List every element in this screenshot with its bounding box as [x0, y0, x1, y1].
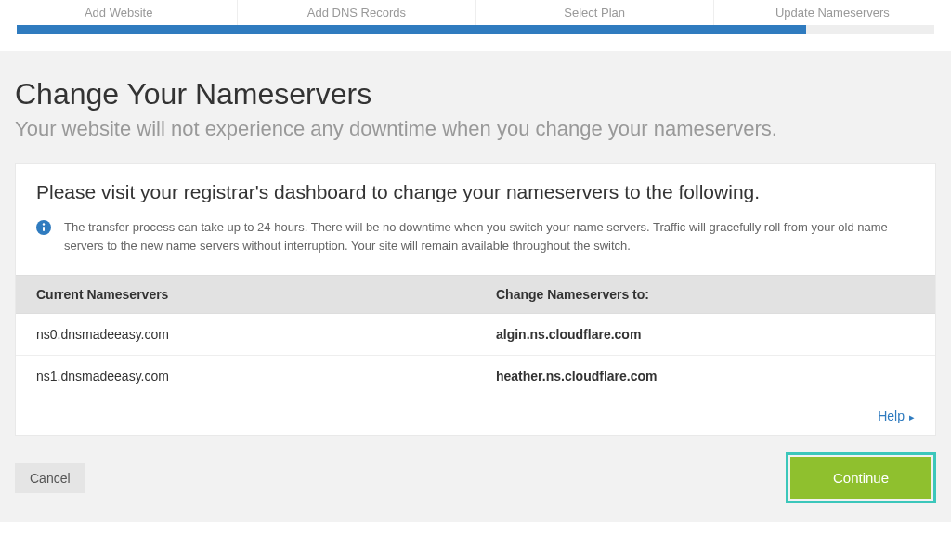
progress-bar: [17, 25, 934, 34]
info-text: The transfer process can take up to 24 h…: [64, 218, 915, 254]
step-select-plan[interactable]: Select Plan: [476, 0, 714, 25]
stepper: Add Website Add DNS Records Select Plan …: [0, 0, 951, 25]
header-current: Current Nameservers: [16, 276, 476, 313]
info-icon: [36, 220, 51, 239]
svg-point-2: [43, 223, 45, 225]
page-title: Change Your Nameservers: [15, 77, 936, 111]
new-nameserver: heather.ns.cloudflare.com: [476, 356, 935, 397]
help-link[interactable]: Help ▸: [878, 409, 915, 423]
cancel-button[interactable]: Cancel: [15, 463, 85, 493]
continue-button[interactable]: Continue: [790, 457, 931, 499]
header-new: Change Nameservers to:: [476, 276, 935, 313]
actions-row: Cancel Continue: [15, 452, 936, 503]
svg-rect-1: [43, 227, 45, 231]
new-nameserver: algin.ns.cloudflare.com: [476, 314, 935, 355]
instruction-text: Please visit your registrar's dashboard …: [36, 181, 915, 203]
step-add-dns-records[interactable]: Add DNS Records: [238, 0, 476, 25]
step-add-website[interactable]: Add Website: [0, 0, 238, 25]
current-nameserver: ns0.dnsmadeeasy.com: [16, 314, 476, 355]
nameserver-card: Please visit your registrar's dashboard …: [15, 163, 936, 436]
current-nameserver: ns1.dnsmadeeasy.com: [16, 356, 476, 397]
main-content: Change Your Nameservers Your website wil…: [0, 51, 951, 522]
continue-highlight: Continue: [786, 452, 936, 503]
progress-fill: [17, 25, 806, 34]
table-row: ns1.dnsmadeeasy.com heather.ns.cloudflar…: [16, 356, 935, 397]
step-update-nameservers[interactable]: Update Nameservers: [714, 0, 951, 25]
page-subtitle: Your website will not experience any dow…: [15, 117, 936, 141]
help-row: Help ▸: [16, 397, 935, 435]
chevron-right-icon: ▸: [906, 411, 915, 423]
table-row: ns0.dnsmadeeasy.com algin.ns.cloudflare.…: [16, 314, 935, 356]
nameserver-table: Current Nameservers Change Nameservers t…: [16, 275, 935, 435]
table-header: Current Nameservers Change Nameservers t…: [16, 275, 935, 314]
